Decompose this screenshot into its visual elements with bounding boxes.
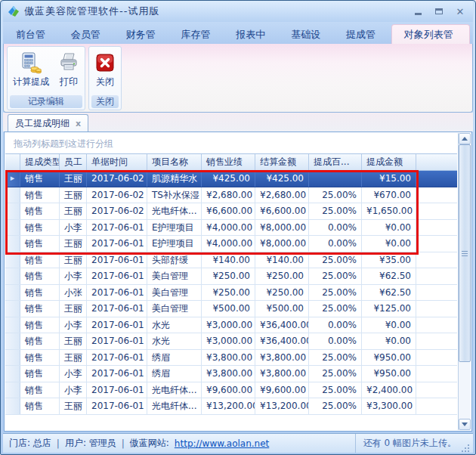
menu-tab-0[interactable]: 前台管理 (6, 26, 61, 44)
cell-filler (416, 398, 457, 414)
row-indicator (5, 252, 20, 268)
table-row[interactable]: 销售小李2017-06-01绣眉¥3,800.00¥3,800.0025.00%… (5, 366, 457, 382)
scroll-down-button[interactable] (459, 419, 471, 430)
cell-filler (416, 366, 457, 382)
menu-tab-1[interactable]: 会员管理 (61, 26, 116, 44)
close-view-label: 关闭 (96, 76, 114, 88)
cell: ¥13,200.00 (255, 398, 309, 414)
minimize-button[interactable] (410, 5, 426, 17)
website-link[interactable]: http://www.aolan.net (175, 438, 269, 449)
maximize-button[interactable] (431, 5, 447, 17)
cell: 销售 (20, 366, 60, 382)
calculate-commission-label: 计算提成 (13, 76, 49, 88)
column-header-0[interactable]: 提成类型 (20, 154, 60, 170)
table-row[interactable]: 销售王丽2017-06-01头部舒缓¥140.00¥140.0025.00%¥3… (5, 252, 457, 269)
cell: ¥0.00 (362, 236, 416, 252)
maximize-icon (435, 8, 443, 14)
column-header-6[interactable]: 提成百... (309, 154, 362, 170)
cell: 小李 (60, 268, 87, 284)
table-row[interactable]: 销售王丽2017-06-01光电纤体...¥13,200.00¥13,200.0… (5, 398, 457, 415)
app-window: 傲蓝美容院管理软件--试用版 ✕ 前台管理会员管理财务管理库存管理报表中心基础设… (0, 0, 476, 455)
cell: ¥8,000.00 (255, 220, 309, 236)
cell: E护理项目 (147, 236, 202, 252)
row-indicator (5, 187, 20, 203)
cell: 水光 (147, 333, 202, 349)
table-row[interactable]: 销售小李2017-06-01E护理项目¥4,000.00¥8,000.000.0… (5, 220, 457, 237)
column-header-1[interactable]: 员工 (60, 154, 87, 170)
cell: 25.00% (309, 203, 362, 219)
resize-grip-icon[interactable] (461, 444, 470, 453)
column-header-4[interactable]: 销售业绩 (202, 154, 255, 170)
cell: 美白管理 (147, 301, 202, 317)
close-icon: ✕ (456, 7, 465, 17)
cell: 0.00% (309, 236, 362, 252)
table-row[interactable]: 销售小李2017-06-01水光¥3,000.00¥36,400.000.00%… (5, 317, 457, 334)
row-indicator (5, 333, 20, 349)
close-button[interactable]: ✕ (452, 5, 468, 17)
table-row[interactable]: ▸销售王丽2017-06-02肌源精华水¥425.00¥425.00¥15.00 (5, 171, 457, 187)
cell: ¥3,800.00 (202, 366, 255, 382)
menu-tab-5[interactable]: 基础设置 (281, 26, 336, 44)
scroll-up-button[interactable] (459, 133, 471, 144)
cell: ¥250.00 (202, 285, 255, 301)
close-view-button[interactable]: 关闭 (91, 50, 119, 90)
cell: ¥3,000.00 (202, 333, 255, 349)
table-row[interactable]: 销售王丽2017-06-01绣眉¥3,800.00¥3,800.0025.00%… (5, 350, 457, 367)
table-row[interactable]: 销售王丽2017-06-02TS补水保湿¥2,680.00¥2,680.0025… (5, 187, 457, 204)
status-bar: 门店: 总店 | 用户: 管理员 | 傲蓝网站: http://www.aola… (3, 433, 473, 453)
column-header-2[interactable]: 单据时间 (87, 154, 147, 170)
cell: 王丽 (60, 236, 87, 252)
cell: 销售 (20, 220, 60, 236)
cell: 25.00% (309, 252, 362, 268)
cell: 25.00% (309, 382, 362, 398)
scrollbar-thumb[interactable] (459, 144, 471, 362)
cell: ¥3,800.00 (255, 350, 309, 366)
menu-tab-7[interactable]: 对象列表管理 (391, 24, 470, 44)
doc-tab-close-icon[interactable]: x (76, 119, 81, 128)
data-grid: 提成类型员工单据时间项目名称销售业绩结算金额提成百...提成金额 ▸销售王丽20… (5, 153, 457, 415)
cell: 头部舒缓 (147, 252, 202, 268)
cell (309, 171, 362, 187)
tab-employee-commission-detail[interactable]: 员工提成明细 x (8, 114, 88, 132)
cell: ¥4,000.00 (202, 220, 255, 236)
cell: ¥500.00 (255, 301, 309, 317)
column-header-3[interactable]: 项目名称 (147, 154, 202, 170)
cell-filler (416, 268, 457, 284)
cell: 小李 (60, 366, 87, 382)
table-row[interactable]: 销售王丽2017-06-01E护理项目¥4,000.00¥8,000.000.0… (5, 236, 457, 252)
cell-filler (416, 333, 457, 349)
menu-tab-4[interactable]: 报表中心 (226, 26, 281, 44)
row-indicator (5, 350, 20, 366)
table-row[interactable]: 销售小张2017-06-01美白管理¥250.00¥250.0025.00%¥6… (5, 285, 457, 302)
cell: 25.00% (309, 366, 362, 382)
cell: ¥670.00 (362, 187, 416, 203)
cell: 2017-06-02 (87, 203, 147, 219)
column-header-5[interactable]: 结算金额 (255, 154, 309, 170)
table-row[interactable]: 销售小李2017-06-01美白管理¥250.00¥250.0025.00%¥6… (5, 268, 457, 285)
menu-tab-6[interactable]: 提成管理 (336, 26, 391, 44)
ribbon-group-close: 关闭 关闭 (88, 46, 122, 110)
cell-filler (416, 252, 457, 268)
arrow-down-icon (462, 422, 468, 426)
cell: ¥125.00 (362, 301, 416, 317)
table-row[interactable]: 销售王丽2017-06-01美白管理¥500.00¥500.0025.00%¥1… (5, 301, 457, 317)
column-header-7[interactable]: 提成金额 (362, 154, 416, 170)
row-indicator (5, 317, 20, 333)
cell-filler (416, 285, 457, 301)
cell: ¥3,800.00 (202, 350, 255, 366)
cell: 2017-06-02 (87, 171, 147, 187)
menu-tab-3[interactable]: 库存管理 (171, 26, 226, 44)
work-panel: 拖动列标题到这进行分组 提成类型员工单据时间项目名称销售业绩结算金额提成百...… (4, 132, 472, 432)
menu-tab-2[interactable]: 财务管理 (116, 26, 172, 44)
cell: 25.00% (309, 268, 362, 284)
calculate-commission-button[interactable]: 计算提成 (9, 50, 53, 90)
table-row[interactable]: 销售王丽2017-06-02光电纤体...¥6,600.00¥6,600.002… (5, 203, 457, 220)
row-indicator (5, 366, 20, 382)
table-row[interactable]: 销售王丽2017-06-01水光¥3,000.00¥36,400.000.00%… (5, 333, 457, 350)
print-button[interactable]: 打印 (54, 50, 83, 90)
cell: 王丽 (60, 171, 87, 187)
table-row[interactable]: 销售小李2017-06-01光电纤体...¥9,600.00¥9,600.002… (5, 382, 457, 399)
vertical-scrollbar[interactable] (458, 133, 471, 430)
cell: 25.00% (309, 301, 362, 317)
row-indicator-header (5, 154, 20, 170)
